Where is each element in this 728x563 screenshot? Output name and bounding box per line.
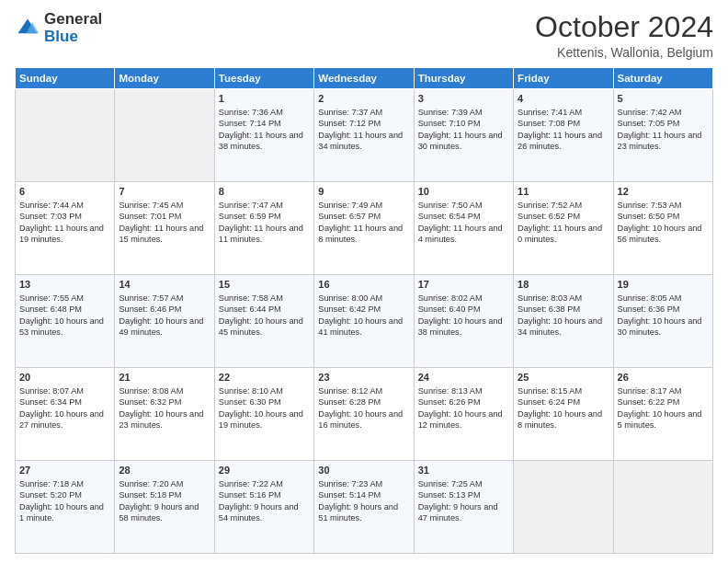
cell-content: Sunrise: 8:02 AMSunset: 6:40 PMDaylight:… — [418, 293, 509, 339]
calendar-cell: 10Sunrise: 7:50 AMSunset: 6:54 PMDayligh… — [414, 182, 513, 275]
day-number: 12 — [618, 185, 709, 199]
day-number: 17 — [418, 278, 509, 292]
cell-content: Sunrise: 7:22 AMSunset: 5:16 PMDaylight:… — [219, 478, 310, 524]
calendar-cell: 19Sunrise: 8:05 AMSunset: 6:36 PMDayligh… — [613, 275, 712, 368]
day-header: Wednesday — [314, 68, 414, 89]
cell-content: Sunrise: 8:15 AMSunset: 6:24 PMDaylight:… — [518, 385, 609, 431]
day-number: 22 — [219, 371, 310, 385]
cell-content: Sunrise: 7:55 AMSunset: 6:48 PMDaylight:… — [19, 293, 110, 339]
day-number: 29 — [219, 464, 310, 477]
calendar-cell: 8Sunrise: 7:47 AMSunset: 6:59 PMDaylight… — [214, 182, 313, 275]
cell-content: Sunrise: 7:41 AMSunset: 7:08 PMDaylight:… — [518, 107, 609, 153]
calendar-cell: 2Sunrise: 7:37 AMSunset: 7:12 PMDaylight… — [314, 89, 414, 182]
cell-content: Sunrise: 8:12 AMSunset: 6:28 PMDaylight:… — [318, 385, 409, 431]
day-number: 31 — [418, 464, 509, 477]
calendar-cell — [115, 89, 214, 182]
cell-content: Sunrise: 7:23 AMSunset: 5:14 PMDaylight:… — [318, 478, 409, 524]
day-number: 20 — [19, 371, 110, 385]
day-number: 13 — [19, 278, 110, 292]
day-number: 10 — [418, 185, 509, 199]
day-number: 6 — [19, 185, 110, 199]
title-block: October 2024 Kettenis, Wallonia, Belgium — [535, 11, 713, 60]
cell-content: Sunrise: 7:50 AMSunset: 6:54 PMDaylight:… — [418, 200, 509, 246]
logo: General Blue — [15, 11, 102, 45]
day-header: Thursday — [414, 68, 513, 89]
logo-general-label: General — [44, 11, 102, 29]
calendar-cell: 9Sunrise: 7:49 AMSunset: 6:57 PMDaylight… — [314, 182, 414, 275]
day-header: Sunday — [16, 68, 115, 89]
day-number: 8 — [219, 185, 310, 199]
day-number: 24 — [418, 371, 509, 385]
day-number: 7 — [119, 185, 210, 199]
cell-content: Sunrise: 8:00 AMSunset: 6:42 PMDaylight:… — [318, 293, 409, 339]
cell-content: Sunrise: 7:49 AMSunset: 6:57 PMDaylight:… — [318, 200, 409, 246]
day-number: 25 — [518, 371, 609, 385]
calendar-week-row: 1Sunrise: 7:36 AMSunset: 7:14 PMDaylight… — [16, 89, 713, 182]
day-number: 4 — [518, 92, 609, 106]
cell-content: Sunrise: 8:13 AMSunset: 6:26 PMDaylight:… — [418, 385, 509, 431]
cell-content: Sunrise: 7:52 AMSunset: 6:52 PMDaylight:… — [518, 200, 609, 246]
calendar-cell: 5Sunrise: 7:42 AMSunset: 7:05 PMDaylight… — [613, 89, 712, 182]
day-number: 1 — [219, 92, 310, 106]
logo-text: General Blue — [44, 11, 102, 45]
calendar-cell: 4Sunrise: 7:41 AMSunset: 7:08 PMDaylight… — [514, 89, 613, 182]
day-number: 5 — [618, 92, 709, 106]
calendar-cell: 27Sunrise: 7:18 AMSunset: 5:20 PMDayligh… — [16, 461, 115, 554]
calendar-cell: 13Sunrise: 7:55 AMSunset: 6:48 PMDayligh… — [16, 275, 115, 368]
calendar-cell: 20Sunrise: 8:07 AMSunset: 6:34 PMDayligh… — [16, 368, 115, 461]
cell-content: Sunrise: 7:36 AMSunset: 7:14 PMDaylight:… — [219, 107, 310, 153]
day-number: 14 — [119, 278, 210, 292]
day-number: 18 — [518, 278, 609, 292]
calendar-cell: 7Sunrise: 7:45 AMSunset: 7:01 PMDaylight… — [115, 182, 214, 275]
calendar-cell: 14Sunrise: 7:57 AMSunset: 6:46 PMDayligh… — [115, 275, 214, 368]
cell-content: Sunrise: 7:25 AMSunset: 5:13 PMDaylight:… — [418, 478, 509, 524]
calendar-cell: 31Sunrise: 7:25 AMSunset: 5:13 PMDayligh… — [414, 461, 513, 554]
calendar-cell: 1Sunrise: 7:36 AMSunset: 7:14 PMDaylight… — [214, 89, 313, 182]
header: General Blue October 2024 Kettenis, Wall… — [15, 11, 713, 60]
calendar-cell: 26Sunrise: 8:17 AMSunset: 6:22 PMDayligh… — [613, 368, 712, 461]
calendar-cell — [514, 461, 613, 554]
header-row: SundayMondayTuesdayWednesdayThursdayFrid… — [16, 68, 713, 89]
cell-content: Sunrise: 7:47 AMSunset: 6:59 PMDaylight:… — [219, 200, 310, 246]
day-header: Monday — [115, 68, 214, 89]
cell-content: Sunrise: 7:45 AMSunset: 7:01 PMDaylight:… — [119, 200, 210, 246]
calendar-cell: 16Sunrise: 8:00 AMSunset: 6:42 PMDayligh… — [314, 275, 414, 368]
calendar-cell: 15Sunrise: 7:58 AMSunset: 6:44 PMDayligh… — [214, 275, 313, 368]
logo-icon — [15, 16, 40, 41]
day-number: 15 — [219, 278, 310, 292]
calendar-cell: 23Sunrise: 8:12 AMSunset: 6:28 PMDayligh… — [314, 368, 414, 461]
day-header: Friday — [514, 68, 613, 89]
calendar-cell: 22Sunrise: 8:10 AMSunset: 6:30 PMDayligh… — [214, 368, 313, 461]
day-number: 19 — [618, 278, 709, 292]
cell-content: Sunrise: 8:03 AMSunset: 6:38 PMDaylight:… — [518, 293, 609, 339]
day-number: 9 — [318, 185, 409, 199]
calendar-cell — [16, 89, 115, 182]
calendar-cell: 11Sunrise: 7:52 AMSunset: 6:52 PMDayligh… — [514, 182, 613, 275]
cell-content: Sunrise: 8:10 AMSunset: 6:30 PMDaylight:… — [219, 385, 310, 431]
calendar-cell: 6Sunrise: 7:44 AMSunset: 7:03 PMDaylight… — [16, 182, 115, 275]
day-number: 30 — [318, 464, 409, 477]
day-number: 28 — [119, 464, 210, 477]
calendar-cell: 28Sunrise: 7:20 AMSunset: 5:18 PMDayligh… — [115, 461, 214, 554]
day-number: 11 — [518, 185, 609, 199]
day-header: Saturday — [613, 68, 712, 89]
cell-content: Sunrise: 7:57 AMSunset: 6:46 PMDaylight:… — [119, 293, 210, 339]
cell-content: Sunrise: 7:44 AMSunset: 7:03 PMDaylight:… — [19, 200, 110, 246]
day-number: 23 — [318, 371, 409, 385]
calendar-cell: 29Sunrise: 7:22 AMSunset: 5:16 PMDayligh… — [214, 461, 313, 554]
calendar-table: SundayMondayTuesdayWednesdayThursdayFrid… — [15, 67, 713, 554]
cell-content: Sunrise: 7:53 AMSunset: 6:50 PMDaylight:… — [618, 200, 709, 246]
cell-content: Sunrise: 7:37 AMSunset: 7:12 PMDaylight:… — [318, 107, 409, 153]
calendar-week-row: 27Sunrise: 7:18 AMSunset: 5:20 PMDayligh… — [16, 461, 713, 554]
calendar-cell — [613, 461, 712, 554]
calendar-cell: 18Sunrise: 8:03 AMSunset: 6:38 PMDayligh… — [514, 275, 613, 368]
calendar-cell: 12Sunrise: 7:53 AMSunset: 6:50 PMDayligh… — [613, 182, 712, 275]
calendar-week-row: 6Sunrise: 7:44 AMSunset: 7:03 PMDaylight… — [16, 182, 713, 275]
day-number: 27 — [19, 464, 110, 477]
cell-content: Sunrise: 8:17 AMSunset: 6:22 PMDaylight:… — [618, 385, 709, 431]
cell-content: Sunrise: 8:07 AMSunset: 6:34 PMDaylight:… — [19, 385, 110, 431]
month-title: October 2024 — [535, 11, 713, 43]
calendar-cell: 17Sunrise: 8:02 AMSunset: 6:40 PMDayligh… — [414, 275, 513, 368]
calendar-cell: 30Sunrise: 7:23 AMSunset: 5:14 PMDayligh… — [314, 461, 414, 554]
calendar-week-row: 13Sunrise: 7:55 AMSunset: 6:48 PMDayligh… — [16, 275, 713, 368]
